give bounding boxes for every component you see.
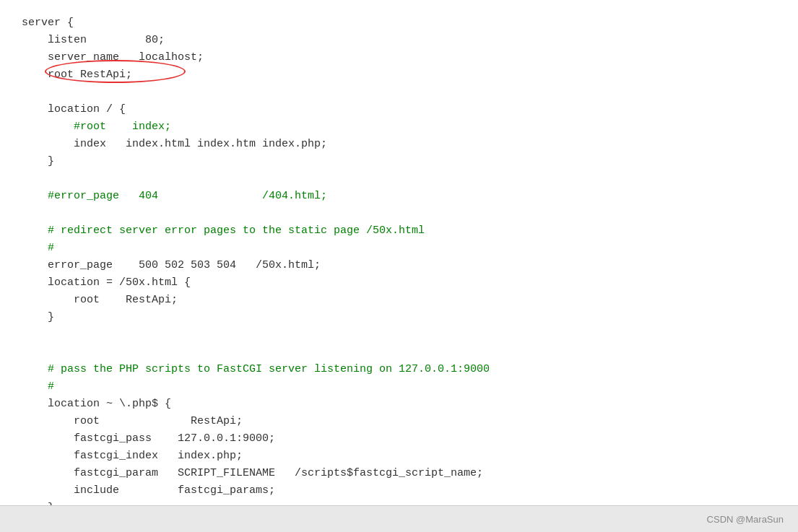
line-blank-1 <box>22 84 776 101</box>
footer-bar: CSDN @MaraSun <box>0 505 798 532</box>
line-blank-3 <box>22 205 776 222</box>
line-1: server { <box>22 14 776 32</box>
line-4: root RestApi; <box>22 66 776 84</box>
line-7: index index.html index.htm index.php; <box>22 136 776 153</box>
line-9: #error_page 404 /404.html; <box>22 188 776 205</box>
footer-label: CSDN @MaraSun <box>707 514 784 525</box>
line-6: #root index; <box>22 118 776 136</box>
line-22: fastcgi_param SCRIPT_FILENAME /scripts$f… <box>22 465 776 482</box>
line-2: listen 80; <box>22 32 776 49</box>
line-24: } <box>22 500 776 505</box>
line-10: # redirect server error pages to the sta… <box>22 222 776 240</box>
line-15: } <box>22 309 776 326</box>
line-21: fastcgi_index index.php; <box>22 448 776 465</box>
line-12: error_page 500 502 503 504 /50x.html; <box>22 257 776 274</box>
line-16: # pass the PHP scripts to FastCGI server… <box>22 361 776 378</box>
line-19: root RestApi; <box>22 413 776 430</box>
line-23: include fastcgi_params; <box>22 482 776 500</box>
line-5: location / { <box>22 101 776 118</box>
line-blank-5 <box>22 344 776 361</box>
line-18: location ~ \.php$ { <box>22 396 776 413</box>
line-14: root RestApi; <box>22 292 776 309</box>
line-13: location = /50x.html { <box>22 274 776 292</box>
line-17: # <box>22 378 776 396</box>
line-11: # <box>22 240 776 257</box>
line-8: } <box>22 153 776 170</box>
line-blank-2 <box>22 170 776 188</box>
line-3: server_name localhost; <box>22 49 776 66</box>
code-block: server { listen 80; server_name localhos… <box>0 0 798 505</box>
line-20: fastcgi_pass 127.0.0.1:9000; <box>22 430 776 448</box>
line-blank-4 <box>22 326 776 344</box>
